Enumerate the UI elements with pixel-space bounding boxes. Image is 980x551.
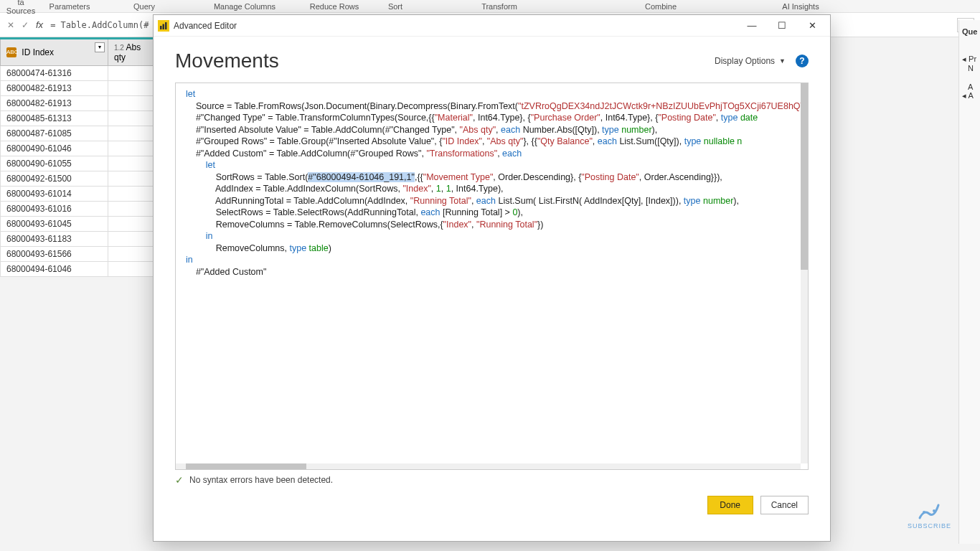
right-panel: Que ◂ Pr N A ◂ A xyxy=(958,20,980,544)
fx-label[interactable]: fx xyxy=(36,19,47,30)
svg-point-4 xyxy=(933,509,936,512)
table-row[interactable]: 68000487-61085 xyxy=(1,126,159,141)
ribbon-group-labels: ta Sources Parameters Query Manage Colum… xyxy=(0,0,980,13)
table-row[interactable]: 68000493-61014 xyxy=(1,187,159,202)
vertical-scrollbar[interactable] xyxy=(801,83,808,463)
table-row[interactable]: 68000474-61316 xyxy=(1,66,159,81)
display-options-dropdown[interactable]: Display Options▼ xyxy=(715,56,786,66)
app-icon xyxy=(158,20,169,32)
close-formula-icon[interactable]: ✕ xyxy=(7,20,14,30)
table-row[interactable]: 68000493-61183 xyxy=(1,232,159,247)
code-editor[interactable]: let Source = Table.FromRows(Json.Documen… xyxy=(175,83,809,470)
accept-formula-icon[interactable]: ✓ xyxy=(22,20,29,30)
svg-rect-2 xyxy=(165,22,167,29)
data-grid: ABC ID Index ▾ 1.2 Abs qty 68000474-6131… xyxy=(0,37,159,277)
cancel-button[interactable]: Cancel xyxy=(760,496,809,514)
table-row[interactable]: 68000482-61913 xyxy=(1,81,159,96)
advanced-editor-dialog: Advanced Editor — ☐ ✕ Movements Display … xyxy=(153,14,831,542)
table-row[interactable]: 68000485-61313 xyxy=(1,111,159,126)
svg-rect-0 xyxy=(160,26,162,29)
table-row[interactable]: 68000494-61046 xyxy=(1,262,159,277)
table-row[interactable]: 68000482-61913 xyxy=(1,96,159,111)
column-header-id-index[interactable]: ABC ID Index ▾ xyxy=(1,39,108,66)
check-icon: ✓ xyxy=(175,474,184,486)
table-row[interactable]: 68000490-61055 xyxy=(1,156,159,171)
dialog-titlebar[interactable]: Advanced Editor — ☐ ✕ xyxy=(154,15,830,37)
column-filter-icon[interactable]: ▾ xyxy=(95,42,105,52)
svg-rect-1 xyxy=(163,24,165,29)
table-row[interactable]: 68000493-61016 xyxy=(1,202,159,217)
horizontal-scrollbar[interactable] xyxy=(176,463,801,469)
done-button[interactable]: Done xyxy=(707,496,753,514)
query-name-heading: Movements xyxy=(175,50,715,72)
table-row[interactable]: 68000492-61500 xyxy=(1,171,159,187)
svg-point-3 xyxy=(923,511,925,514)
chevron-down-icon: ▼ xyxy=(779,57,786,65)
table-row[interactable]: 68000493-61045 xyxy=(1,217,159,232)
table-row[interactable]: 68000490-61046 xyxy=(1,141,159,156)
column-header-abs-qty[interactable]: 1.2 Abs qty xyxy=(108,39,159,66)
dialog-title: Advanced Editor xyxy=(174,21,237,31)
syntax-status: ✓ No syntax errors have been detected. xyxy=(154,470,830,490)
subscribe-watermark: SUBSCRIBE xyxy=(908,502,951,529)
minimize-button[interactable]: — xyxy=(737,16,767,36)
table-row[interactable]: 68000493-61566 xyxy=(1,247,159,262)
maximize-button[interactable]: ☐ xyxy=(767,16,797,36)
close-button[interactable]: ✕ xyxy=(797,16,827,36)
help-icon[interactable]: ? xyxy=(796,55,809,67)
